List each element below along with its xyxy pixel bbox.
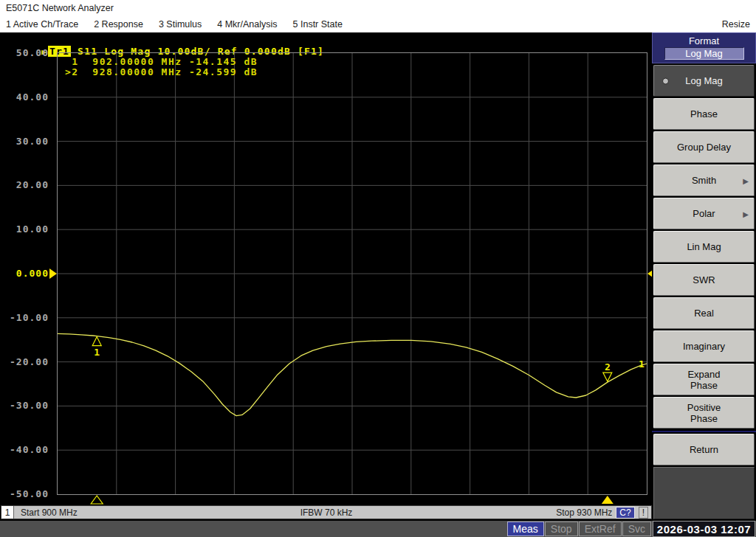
marker-readout: 1 902.00000 MHz -14.145 dB>2 928.00000 M… <box>65 57 258 77</box>
softkey-lin-mag[interactable]: Lin Mag <box>653 231 755 263</box>
submenu-arrow-icon: ▶ <box>743 175 749 186</box>
softkey-group-delay[interactable]: Group Delay <box>653 131 755 163</box>
softkey-label: Imaginary <box>683 341 725 352</box>
softkey-empty-area <box>653 467 755 519</box>
y-axis-tick-label: 30.00 <box>0 136 49 147</box>
marker-1-readout-row: 1 902.00000 MHz -14.145 dB <box>65 57 258 67</box>
softkey-menu-current-value: Log Mag <box>664 47 744 60</box>
softkey-menu-header: Format Log Mag <box>652 32 756 63</box>
stop-frequency-label[interactable]: Stop 930 MHz <box>556 507 612 518</box>
network-analyzer-window: E5071C Network Analyzer 1 Active Ch/Trac… <box>0 0 756 537</box>
channel-number-badge: 1 <box>1 506 14 519</box>
channel-status-bar: 1 Start 900 MHz IFBW 70 kHz Stop 930 MHz… <box>1 505 652 519</box>
y-axis-tick-label: -20.00 <box>0 356 49 367</box>
softkey-label: Smith <box>692 175 716 186</box>
softkey-label: Phase <box>690 108 718 119</box>
softkey-label: Positive Phase <box>677 402 732 424</box>
softkey-label: Return <box>690 444 718 455</box>
marker-1-stimulus-icon <box>91 496 103 504</box>
menu-item-3[interactable]: 3 Stimulus <box>159 19 202 30</box>
softkey-menu: Format Log Mag Log MagPhaseGroup DelaySm… <box>652 32 756 521</box>
y-axis-tick-label: 40.00 <box>0 91 49 103</box>
y-axis-tick-label: 20.00 <box>0 179 49 190</box>
marker-2-stimulus-icon <box>602 496 614 504</box>
menu-item-5[interactable]: 5 Instr State <box>293 19 343 30</box>
ref-level-left-icon <box>49 268 57 279</box>
instrument-status-bar: MeasStopExtRefSvc 2026-03-03 12:07 <box>0 521 756 537</box>
softkey-return[interactable]: Return <box>653 434 755 465</box>
datetime-display: 2026-03-03 12:07 <box>653 521 755 537</box>
softkey-swr[interactable]: SWR <box>653 264 755 296</box>
stop-group: Stop 930 MHz C? ! <box>556 507 648 519</box>
softkey-label: Expand Phase <box>677 369 732 391</box>
resize-button[interactable]: Resize <box>722 19 750 30</box>
menu-item-4[interactable]: 4 Mkr/Analysis <box>217 19 277 30</box>
y-axis-tick-label: -50.00 <box>0 488 49 499</box>
y-axis-tick-label: -30.00 <box>0 400 49 411</box>
softkey-label: Lin Mag <box>687 241 721 252</box>
y-axis-tick-label: -10.00 <box>0 312 49 323</box>
softkey-label: Log Mag <box>685 75 723 86</box>
warning-badge: ! <box>639 507 648 519</box>
graph-grid: 121 <box>57 52 647 495</box>
submenu-arrow-icon: ▶ <box>743 208 749 219</box>
y-axis-tick-label: -40.00 <box>0 444 49 455</box>
softkey-label: Group Delay <box>677 142 731 153</box>
menu-bar: 1 Active Ch/Trace2 Response3 Stimulus4 M… <box>0 15 756 32</box>
marker-1-label: 1 <box>94 347 100 358</box>
status-segment-stop: Stop <box>545 522 578 536</box>
softkey-phase[interactable]: Phase <box>653 98 755 130</box>
start-frequency-label[interactable]: Start 900 MHz <box>21 507 78 518</box>
softkey-expand-phase[interactable]: Expand Phase <box>653 364 755 395</box>
softkey-label: Real <box>694 308 714 319</box>
selected-radio-icon <box>662 77 669 84</box>
y-axis-tick-label: 50.00 <box>0 47 49 58</box>
display-area: ▶Tr1 S11 Log Mag 10.00dB/ Ref 0.000dB [F… <box>0 32 652 505</box>
softkey-buttons: Log MagPhaseGroup DelaySmith▶Polar▶Lin M… <box>652 63 756 521</box>
marker-2-readout-row: >2 928.00000 MHz -24.599 dB <box>65 67 258 77</box>
marker-2-label: 2 <box>605 361 611 373</box>
status-segment-meas: Meas <box>507 522 544 536</box>
title-bar: E5071C Network Analyzer <box>0 0 756 15</box>
softkey-divider <box>652 431 756 432</box>
softkey-real[interactable]: Real <box>653 297 755 329</box>
softkey-label: SWR <box>693 274 715 285</box>
status-spacer <box>0 521 507 537</box>
y-axis-tick-label: 10.00 <box>0 224 49 235</box>
softkey-smith[interactable]: Smith▶ <box>653 164 755 196</box>
menu-items: 1 Active Ch/Trace2 Response3 Stimulus4 M… <box>6 19 358 30</box>
status-segment-svc: Svc <box>622 522 651 536</box>
softkey-label: Polar <box>693 208 715 219</box>
softkey-menu-title: Format <box>689 35 719 46</box>
calibration-status-badge: C? <box>616 507 634 519</box>
marker-1-symbol <box>92 337 101 346</box>
status-segment-extref: ExtRef <box>579 522 622 536</box>
trace-end-number: 1 <box>639 358 645 370</box>
softkey-imaginary[interactable]: Imaginary <box>653 330 755 362</box>
softkey-positive-phase[interactable]: Positive Phase <box>653 397 755 429</box>
softkey-polar[interactable]: Polar▶ <box>653 198 755 229</box>
window-title: E5071C Network Analyzer <box>6 3 114 13</box>
y-axis-tick-label: 0.000 <box>0 268 49 279</box>
softkey-log-mag[interactable]: Log Mag <box>653 65 755 97</box>
ifbw-label[interactable]: IFBW 70 kHz <box>300 507 353 518</box>
status-segments: MeasStopExtRefSvc <box>507 521 652 537</box>
trace-plot: 121 <box>58 53 647 494</box>
menu-item-1[interactable]: 1 Active Ch/Trace <box>6 19 78 30</box>
menu-item-2[interactable]: 2 Response <box>94 19 143 30</box>
